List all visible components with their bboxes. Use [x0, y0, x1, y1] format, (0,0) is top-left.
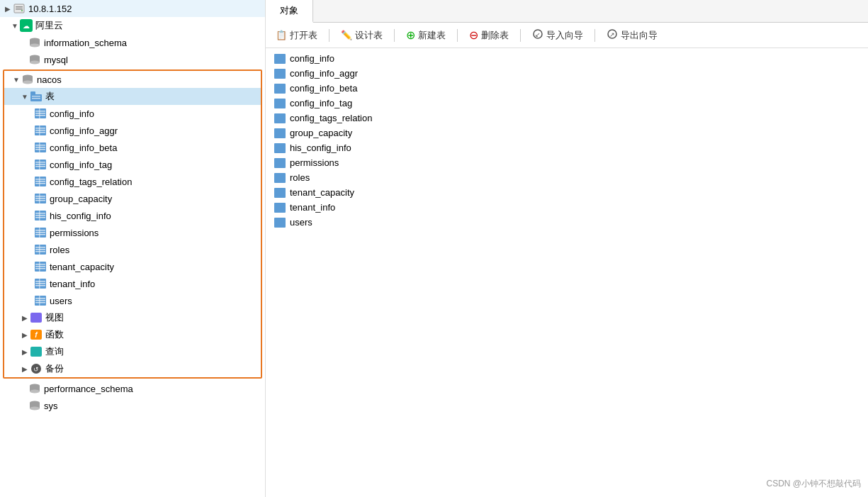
obj-name: his_config_info — [290, 143, 351, 153]
open-table-btn[interactable]: 📋 打开表 — [273, 28, 320, 43]
table-users[interactable]: users — [4, 292, 261, 309]
table-icon — [34, 260, 47, 273]
obj-name: config_info_aggr — [290, 68, 358, 79]
obj-tenant_info[interactable]: tenant_info — [266, 200, 868, 215]
divider — [594, 29, 595, 42]
table-config_info[interactable]: config_info — [4, 105, 261, 122]
table-icon — [34, 294, 47, 307]
functions-label: 函数 — [45, 328, 64, 341]
query-icon — [30, 345, 43, 358]
obj-name: config_tags_relation — [290, 113, 372, 123]
obj-his_config_info[interactable]: his_config_info — [266, 140, 868, 155]
schema-nacos[interactable]: ▼ nacos — [4, 71, 261, 88]
table-name: config_tags_relation — [50, 177, 132, 187]
table-group_capacity[interactable]: group_capacity — [4, 190, 261, 207]
delete-icon: ⊖ — [469, 28, 478, 42]
schema-name: mysql — [44, 55, 68, 65]
obj-config_info_beta[interactable]: config_info_beta — [266, 81, 868, 96]
design-table-btn[interactable]: ✏️ 设计表 — [338, 28, 385, 43]
views-group[interactable]: ▶ 视图 — [4, 309, 261, 326]
table-name: users — [50, 296, 72, 306]
backups-group[interactable]: ▶ ↺ 备份 — [4, 360, 261, 377]
obj-table-icon — [274, 173, 286, 183]
table-tenant_info[interactable]: tenant_info — [4, 275, 261, 292]
obj-config_info_tag[interactable]: config_info_tag — [266, 96, 868, 111]
object-list: config_info config_info_aggr config_info… — [266, 48, 868, 497]
obj-config_info[interactable]: config_info — [266, 51, 868, 66]
svg-point-90 — [30, 407, 40, 411]
obj-table-icon — [274, 128, 286, 138]
table-icon — [34, 107, 47, 120]
svg-rect-40 — [35, 179, 45, 180]
nacos-label: nacos — [37, 74, 62, 85]
delete-table-btn[interactable]: ⊖ 删除表 — [466, 27, 512, 43]
tab-object[interactable]: 对象 — [266, 0, 313, 23]
table-config_info_aggr[interactable]: config_info_aggr — [4, 122, 261, 139]
obj-permissions[interactable]: permissions — [266, 155, 868, 170]
table-his_config_info[interactable]: his_config_info — [4, 207, 261, 224]
obj-name: config_info — [290, 53, 334, 64]
import-btn[interactable]: ↙ 导入向导 — [529, 28, 586, 43]
db-icon — [28, 36, 41, 49]
table-icon — [34, 277, 47, 290]
obj-table-icon — [274, 143, 286, 153]
queries-label: 查询 — [45, 345, 64, 358]
svg-text:☁: ☁ — [23, 22, 30, 30]
svg-rect-55 — [35, 230, 45, 231]
obj-tenant_capacity[interactable]: tenant_capacity — [266, 185, 868, 200]
svg-text:↺: ↺ — [33, 366, 39, 373]
table-name: his_config_info — [50, 211, 111, 221]
table-name: config_info — [50, 108, 94, 119]
svg-rect-35 — [35, 162, 45, 163]
tables-arrow: ▼ — [20, 93, 30, 101]
obj-users[interactable]: users — [266, 215, 868, 230]
obj-table-icon — [274, 69, 286, 79]
table-config_tags_relation[interactable]: config_tags_relation — [4, 173, 261, 190]
svg-rect-77 — [35, 302, 45, 303]
obj-config_info_aggr[interactable]: config_info_aggr — [266, 66, 868, 81]
left-panel: ▶ 10.8.1.152 ▼ ☁ 阿里云 — [0, 0, 266, 497]
table-icon — [34, 124, 47, 137]
schema-mysql[interactable]: mysql — [0, 51, 265, 68]
obj-group_capacity[interactable]: group_capacity — [266, 125, 868, 140]
server-item[interactable]: ▶ 10.8.1.152 — [0, 0, 265, 17]
export-btn[interactable]: ↗ 导出向导 — [604, 28, 660, 43]
table-config_info_tag[interactable]: config_info_tag — [4, 156, 261, 173]
table-name: roles — [50, 245, 69, 255]
tables-group[interactable]: ▼ 表 — [4, 88, 261, 105]
cloud-item[interactable]: ▼ ☁ 阿里云 — [0, 17, 265, 34]
svg-rect-76 — [35, 300, 45, 301]
svg-rect-53 — [39, 211, 40, 220]
svg-rect-82 — [30, 347, 42, 357]
queries-group[interactable]: ▶ 查询 — [4, 343, 261, 360]
svg-rect-46 — [35, 198, 45, 199]
table-group-icon — [30, 90, 43, 103]
svg-rect-36 — [35, 164, 45, 165]
svg-rect-73 — [39, 279, 40, 289]
svg-rect-23 — [39, 108, 40, 118]
obj-table-icon — [274, 99, 286, 108]
schema-sys[interactable]: sys — [0, 397, 265, 414]
obj-roles[interactable]: roles — [266, 170, 868, 185]
obj-name: config_info_tag — [290, 98, 352, 108]
table-roles[interactable]: roles — [4, 241, 261, 258]
obj-table-icon — [274, 84, 286, 94]
schema-information[interactable]: information_schema — [0, 34, 265, 51]
export-icon: ↗ — [607, 29, 618, 41]
obj-name: users — [290, 217, 312, 228]
svg-rect-43 — [39, 177, 40, 186]
schema-name: sys — [44, 401, 58, 411]
table-config_info_beta[interactable]: config_info_beta — [4, 139, 261, 156]
new-table-label: 新建表 — [418, 29, 446, 42]
cloud-label: 阿里云 — [35, 19, 63, 32]
functions-group[interactable]: ▶ f 函数 — [4, 326, 261, 343]
new-table-btn[interactable]: ⊕ 新建表 — [403, 27, 449, 43]
table-tenant_capacity[interactable]: tenant_capacity — [4, 258, 261, 275]
tables-label: 表 — [45, 90, 55, 103]
views-icon — [30, 311, 43, 324]
obj-config_tags_relation[interactable]: config_tags_relation — [266, 111, 868, 125]
table-permissions[interactable]: permissions — [4, 224, 261, 241]
svg-rect-31 — [35, 147, 45, 148]
schema-performance[interactable]: performance_schema — [0, 380, 265, 397]
svg-rect-67 — [35, 268, 45, 269]
